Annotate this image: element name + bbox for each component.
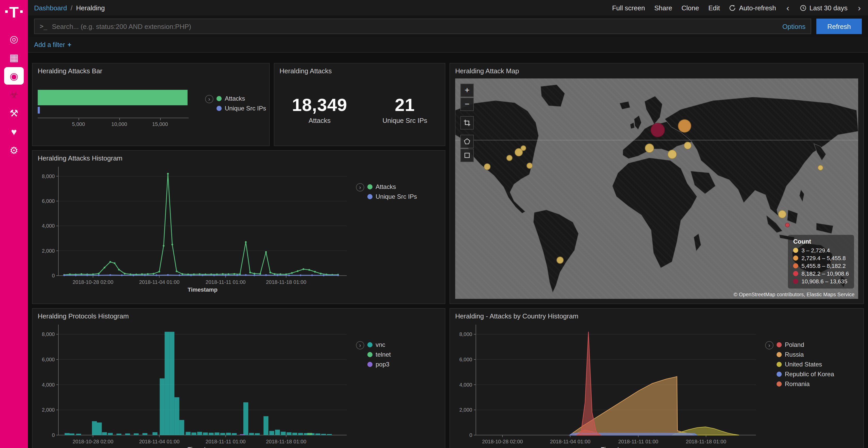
metric-unique-src-ips: 21 Unique Src IPs [382, 95, 427, 125]
metric-label: Unique Src IPs [382, 117, 427, 125]
time-back-button[interactable]: ‹ [785, 3, 790, 12]
attack-location-circle[interactable] [678, 119, 691, 133]
legend-item-unique-src-ips[interactable]: Unique Src IPs [216, 105, 266, 112]
sidebar-item-monitoring[interactable]: ◉ [4, 67, 24, 84]
metric-value: 18,349 [292, 95, 347, 115]
attack-location-circle[interactable] [521, 145, 526, 151]
legend-color-dot [777, 362, 782, 367]
kibana-dashboard-app: T ◎▦◉☣⚒♥⚙ Dashboard / Heralding Full scr… [0, 0, 868, 448]
health-icon: ♥ [11, 127, 17, 137]
draw-polygon-button[interactable] [460, 135, 474, 148]
x-tick-label: 5,000 [72, 121, 85, 127]
legend-item-unique-src-ips[interactable]: Unique Src IPs [367, 193, 417, 200]
attack-location-circle[interactable] [668, 150, 677, 159]
telekom-logo[interactable]: T [5, 0, 23, 29]
hbar-chart-wrap: 5,00010,00015,000 › AttacksUnique Src IP… [33, 76, 269, 131]
attack-location-circle[interactable] [506, 154, 512, 161]
menu-full-screen[interactable]: Full screen [612, 4, 645, 12]
sidebar-item-dashboard[interactable]: ◎ [4, 30, 24, 47]
legend-collapse-button[interactable]: › [765, 341, 773, 349]
legend-collapse-button[interactable]: › [205, 95, 213, 103]
query-prompt-icon: >_ [40, 23, 47, 30]
legend-item-vnc[interactable]: vnc [367, 341, 391, 348]
filter-bar: Add a filter + [28, 37, 868, 53]
auto-refresh-button[interactable]: Auto-refresh [729, 4, 776, 12]
legend-item-romania[interactable]: Romania [777, 380, 834, 388]
map-legend-row: 5,455.8 – 8,182.2 [793, 263, 849, 269]
map-attribution: © OpenStreetMap contributors, Elastic Ma… [732, 291, 856, 297]
menu-share[interactable]: Share [654, 4, 672, 12]
legend-item-telnet[interactable]: telnet [367, 351, 391, 358]
legend-color-dot [793, 248, 799, 253]
legend-collapse-button[interactable]: › [356, 183, 364, 192]
svg-text:2,000: 2,000 [459, 407, 472, 413]
menu-clone[interactable]: Clone [681, 4, 699, 12]
topnav-actions: Full screenShareCloneEdit Auto-refresh ‹… [612, 3, 862, 12]
attack-location-circle[interactable] [684, 142, 691, 149]
legend-color-dot [367, 352, 373, 357]
legend-item-russia[interactable]: Russia [777, 351, 834, 358]
svg-text:4,000: 4,000 [42, 223, 55, 229]
x-tick-label: 15,000 [152, 121, 168, 127]
legend-item-attacks[interactable]: Attacks [216, 95, 266, 102]
svg-text:8,000: 8,000 [42, 331, 55, 337]
x-axis: 5,00010,00015,000 [38, 118, 189, 131]
threat-icon: ☣ [9, 90, 18, 99]
attack-location-circle[interactable] [556, 257, 564, 264]
legend: AttacksUnique Src IPs [216, 95, 266, 131]
attack-location-circle[interactable] [527, 162, 533, 169]
panel-title: Heralding Attacks [274, 64, 445, 76]
attack-location-circle[interactable] [645, 143, 654, 152]
search-box[interactable]: >_ Options [34, 19, 811, 34]
attack-location-circle[interactable] [818, 165, 824, 171]
legend-item-pop3[interactable]: pop3 [367, 361, 391, 368]
svg-text:Timestamp: Timestamp [188, 446, 218, 448]
legend-item-united-states[interactable]: United States [777, 361, 834, 368]
breadcrumb-dashboard-link[interactable]: Dashboard [34, 4, 67, 12]
sidebar-item-health[interactable]: ♥ [4, 123, 24, 140]
legend-item-poland[interactable]: Poland [777, 341, 834, 348]
search-input[interactable] [52, 23, 778, 30]
bar-attacks[interactable] [38, 90, 187, 105]
plus-icon[interactable]: + [68, 41, 71, 48]
legend-label: Attacks [225, 95, 245, 102]
bar-unique-src-ips[interactable] [38, 107, 40, 113]
settings-icon: ⚙ [9, 145, 18, 155]
panel-title: Heralding Attacks Bar [33, 64, 269, 76]
world-map[interactable]: + − [455, 78, 858, 299]
menu-edit[interactable]: Edit [708, 4, 720, 12]
sidebar-item-visualize[interactable]: ▦ [4, 48, 24, 66]
legend-item-attacks[interactable]: Attacks [367, 183, 417, 191]
svg-text:2,000: 2,000 [42, 407, 55, 413]
svg-text:2018-11-18 01:00: 2018-11-18 01:00 [266, 279, 306, 285]
draw-rectangle-button[interactable] [460, 149, 474, 162]
metric-value: 21 [382, 95, 427, 115]
attack-location-circle[interactable] [651, 123, 665, 138]
panel-heralding-attacks-histogram: Heralding Attacks Histogram 02,0004,0006… [32, 150, 445, 304]
time-range-picker[interactable]: Last 30 days [800, 4, 847, 12]
options-link[interactable]: Options [782, 23, 805, 30]
svg-text:2018-10-28 02:00: 2018-10-28 02:00 [482, 439, 523, 444]
legend-label: Poland [785, 341, 804, 348]
crop-icon [463, 119, 471, 127]
sidebar-item-settings[interactable]: ⚙ [4, 141, 24, 159]
legend-label: telnet [376, 351, 391, 358]
sidebar-item-tools[interactable]: ⚒ [4, 104, 24, 122]
svg-text:2018-11-04 01:00: 2018-11-04 01:00 [139, 439, 179, 444]
map-legend-label: 8,182.2 – 10,908.6 [802, 271, 849, 277]
metric-label: Attacks [292, 117, 347, 125]
attack-location-circle[interactable] [484, 163, 491, 170]
time-forward-button[interactable]: › [857, 3, 862, 12]
add-filter-link[interactable]: Add a filter [34, 41, 65, 48]
legend-collapse-button[interactable]: › [356, 341, 364, 349]
zoom-in-button[interactable]: + [460, 83, 474, 97]
attack-location-circle[interactable] [785, 223, 789, 227]
zoom-out-button[interactable]: − [460, 98, 474, 111]
sidebar-item-threat[interactable]: ☣ [4, 86, 24, 103]
fit-bounds-button[interactable] [460, 116, 474, 130]
legend-item-republic-of-korea[interactable]: Republic of Korea [777, 371, 834, 378]
refresh-button[interactable]: Refresh [816, 19, 862, 34]
attack-location-circle[interactable] [778, 210, 786, 218]
auto-refresh-label: Auto-refresh [739, 4, 776, 12]
legend: PolandRussiaUnited StatesRepublic of Kor… [777, 341, 834, 448]
